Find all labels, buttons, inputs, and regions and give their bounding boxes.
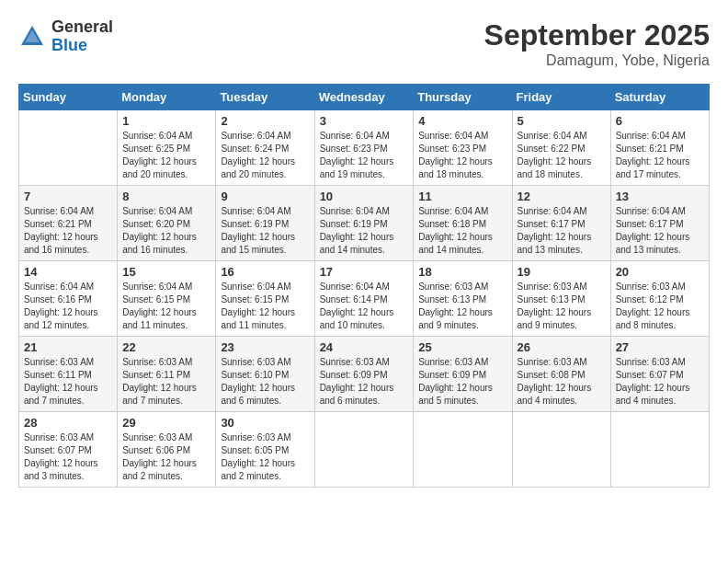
calendar-cell: 17 Sunrise: 6:04 AMSunset: 6:14 PMDaylig…	[314, 261, 414, 337]
day-info: Sunrise: 6:04 AMSunset: 6:22 PMDaylight:…	[518, 130, 606, 181]
calendar-cell: 12 Sunrise: 6:04 AMSunset: 6:17 PMDaylig…	[512, 186, 610, 261]
week-row-2: 7 Sunrise: 6:04 AMSunset: 6:21 PMDayligh…	[19, 186, 710, 261]
day-info: Sunrise: 6:04 AMSunset: 6:16 PMDaylight:…	[24, 281, 112, 332]
calendar-cell: 9 Sunrise: 6:04 AMSunset: 6:19 PMDayligh…	[216, 186, 314, 261]
day-number: 28	[24, 416, 112, 430]
calendar-cell	[512, 412, 610, 488]
col-header-wednesday: Wednesday	[314, 85, 414, 110]
col-header-sunday: Sunday	[19, 85, 118, 110]
calendar-cell: 30 Sunrise: 6:03 AMSunset: 6:05 PMDaylig…	[216, 412, 314, 488]
day-number: 11	[418, 190, 506, 203]
col-header-friday: Friday	[512, 85, 610, 110]
day-info: Sunrise: 6:04 AMSunset: 6:18 PMDaylight:…	[418, 205, 506, 257]
calendar-cell: 23 Sunrise: 6:03 AMSunset: 6:10 PMDaylig…	[216, 337, 314, 412]
week-row-1: 1 Sunrise: 6:04 AMSunset: 6:25 PMDayligh…	[19, 110, 710, 186]
day-info: Sunrise: 6:03 AMSunset: 6:09 PMDaylight:…	[418, 356, 506, 408]
week-row-5: 28 Sunrise: 6:03 AMSunset: 6:07 PMDaylig…	[19, 412, 710, 488]
calendar-cell: 15 Sunrise: 6:04 AMSunset: 6:15 PMDaylig…	[118, 261, 216, 337]
day-info: Sunrise: 6:04 AMSunset: 6:20 PMDaylight:…	[122, 205, 210, 257]
day-number: 6	[616, 114, 704, 128]
logo: General Blue	[18, 18, 113, 55]
day-info: Sunrise: 6:03 AMSunset: 6:07 PMDaylight:…	[616, 356, 704, 408]
day-info: Sunrise: 6:04 AMSunset: 6:25 PMDaylight:…	[122, 130, 210, 181]
day-number: 19	[518, 265, 606, 279]
day-info: Sunrise: 6:03 AMSunset: 6:10 PMDaylight:…	[221, 356, 309, 408]
day-info: Sunrise: 6:04 AMSunset: 6:15 PMDaylight:…	[221, 281, 309, 332]
calendar-cell: 11 Sunrise: 6:04 AMSunset: 6:18 PMDaylig…	[414, 186, 512, 261]
day-number: 21	[24, 340, 112, 354]
day-number: 18	[418, 265, 506, 279]
day-number: 7	[24, 190, 112, 203]
day-number: 13	[616, 190, 704, 203]
calendar-cell	[19, 110, 118, 186]
location: Damagum, Yobe, Nigeria	[484, 52, 710, 69]
day-info: Sunrise: 6:03 AMSunset: 6:09 PMDaylight:…	[320, 356, 409, 408]
col-header-monday: Monday	[118, 85, 216, 110]
day-number: 20	[616, 265, 704, 279]
calendar-cell	[610, 412, 709, 488]
month-year: September 2025	[484, 18, 710, 52]
calendar-cell: 13 Sunrise: 6:04 AMSunset: 6:17 PMDaylig…	[610, 186, 709, 261]
day-number: 26	[518, 340, 606, 354]
day-info: Sunrise: 6:03 AMSunset: 6:13 PMDaylight:…	[418, 281, 506, 332]
week-row-4: 21 Sunrise: 6:03 AMSunset: 6:11 PMDaylig…	[19, 337, 710, 412]
calendar-cell: 6 Sunrise: 6:04 AMSunset: 6:21 PMDayligh…	[610, 110, 709, 186]
calendar-cell: 3 Sunrise: 6:04 AMSunset: 6:23 PMDayligh…	[314, 110, 414, 186]
day-number: 23	[221, 340, 309, 354]
day-info: Sunrise: 6:03 AMSunset: 6:13 PMDaylight:…	[518, 281, 606, 332]
day-info: Sunrise: 6:04 AMSunset: 6:17 PMDaylight:…	[518, 205, 606, 257]
calendar-cell	[314, 412, 414, 488]
day-number: 2	[221, 114, 309, 128]
day-number: 14	[24, 265, 112, 279]
day-number: 30	[221, 416, 309, 430]
day-number: 8	[122, 190, 210, 203]
day-number: 3	[320, 114, 409, 128]
calendar-cell: 18 Sunrise: 6:03 AMSunset: 6:13 PMDaylig…	[414, 261, 512, 337]
calendar-cell: 22 Sunrise: 6:03 AMSunset: 6:11 PMDaylig…	[118, 337, 216, 412]
logo-icon	[18, 23, 46, 51]
calendar-cell: 16 Sunrise: 6:04 AMSunset: 6:15 PMDaylig…	[216, 261, 314, 337]
day-info: Sunrise: 6:04 AMSunset: 6:17 PMDaylight:…	[616, 205, 704, 257]
page-header: General Blue September 2025 Damagum, Yob…	[18, 18, 710, 69]
calendar-cell: 20 Sunrise: 6:03 AMSunset: 6:12 PMDaylig…	[610, 261, 709, 337]
col-header-tuesday: Tuesday	[216, 85, 314, 110]
day-number: 5	[518, 114, 606, 128]
day-number: 27	[616, 340, 704, 354]
logo-general: General	[51, 17, 113, 36]
calendar-cell: 29 Sunrise: 6:03 AMSunset: 6:06 PMDaylig…	[118, 412, 216, 488]
calendar-cell: 1 Sunrise: 6:04 AMSunset: 6:25 PMDayligh…	[118, 110, 216, 186]
title-block: September 2025 Damagum, Yobe, Nigeria	[484, 18, 710, 69]
calendar-cell: 19 Sunrise: 6:03 AMSunset: 6:13 PMDaylig…	[512, 261, 610, 337]
calendar-cell: 25 Sunrise: 6:03 AMSunset: 6:09 PMDaylig…	[414, 337, 512, 412]
calendar-cell: 2 Sunrise: 6:04 AMSunset: 6:24 PMDayligh…	[216, 110, 314, 186]
calendar-cell: 10 Sunrise: 6:04 AMSunset: 6:19 PMDaylig…	[314, 186, 414, 261]
day-number: 1	[122, 114, 210, 128]
day-number: 15	[122, 265, 210, 279]
calendar-cell: 5 Sunrise: 6:04 AMSunset: 6:22 PMDayligh…	[512, 110, 610, 186]
calendar-cell: 4 Sunrise: 6:04 AMSunset: 6:23 PMDayligh…	[414, 110, 512, 186]
week-row-3: 14 Sunrise: 6:04 AMSunset: 6:16 PMDaylig…	[19, 261, 710, 337]
calendar-cell: 27 Sunrise: 6:03 AMSunset: 6:07 PMDaylig…	[610, 337, 709, 412]
day-number: 4	[418, 114, 506, 128]
day-info: Sunrise: 6:03 AMSunset: 6:12 PMDaylight:…	[616, 281, 704, 332]
day-info: Sunrise: 6:04 AMSunset: 6:15 PMDaylight:…	[122, 281, 210, 332]
day-number: 10	[320, 190, 409, 203]
day-number: 25	[418, 340, 506, 354]
day-info: Sunrise: 6:04 AMSunset: 6:24 PMDaylight:…	[221, 130, 309, 181]
col-header-thursday: Thursday	[414, 85, 512, 110]
calendar-cell: 24 Sunrise: 6:03 AMSunset: 6:09 PMDaylig…	[314, 337, 414, 412]
day-info: Sunrise: 6:03 AMSunset: 6:05 PMDaylight:…	[221, 431, 309, 483]
day-info: Sunrise: 6:04 AMSunset: 6:23 PMDaylight:…	[418, 130, 506, 181]
day-number: 12	[518, 190, 606, 203]
day-number: 24	[320, 340, 409, 354]
calendar-cell: 21 Sunrise: 6:03 AMSunset: 6:11 PMDaylig…	[19, 337, 118, 412]
day-number: 17	[320, 265, 409, 279]
day-info: Sunrise: 6:03 AMSunset: 6:07 PMDaylight:…	[24, 431, 112, 483]
day-number: 16	[221, 265, 309, 279]
calendar-cell: 7 Sunrise: 6:04 AMSunset: 6:21 PMDayligh…	[19, 186, 118, 261]
day-info: Sunrise: 6:04 AMSunset: 6:21 PMDaylight:…	[24, 205, 112, 257]
day-info: Sunrise: 6:03 AMSunset: 6:06 PMDaylight:…	[122, 431, 210, 483]
calendar-table: SundayMondayTuesdayWednesdayThursdayFrid…	[18, 84, 710, 488]
day-info: Sunrise: 6:04 AMSunset: 6:14 PMDaylight:…	[320, 281, 409, 332]
day-info: Sunrise: 6:03 AMSunset: 6:08 PMDaylight:…	[518, 356, 606, 408]
